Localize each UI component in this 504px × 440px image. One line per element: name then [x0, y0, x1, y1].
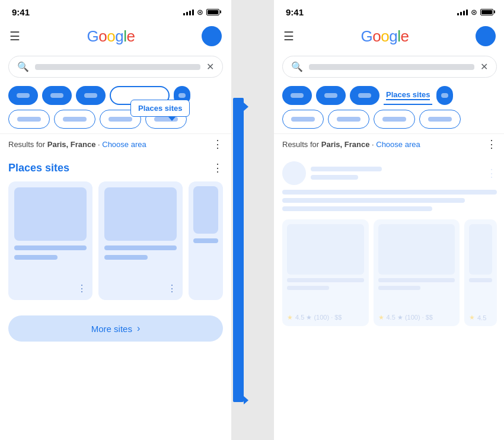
faded-lines-right	[311, 167, 382, 180]
faded-card-line-r1a	[287, 278, 364, 282]
status-icons-left: ⊛	[183, 8, 219, 17]
signal-bar-r1	[457, 13, 459, 15]
tooltip-arrow-left	[168, 117, 176, 121]
signal-bar-r4	[466, 9, 468, 15]
filter-chip-2-left[interactable]	[42, 86, 72, 105]
card-3-left[interactable]	[189, 181, 223, 300]
status-time-right: 9:41	[286, 7, 304, 17]
filter-chip-3-left[interactable]	[76, 86, 106, 105]
avatar-right[interactable]	[476, 26, 496, 46]
hamburger-icon-left[interactable]: ☰	[9, 29, 20, 43]
wifi-icon-right: ⊛	[471, 8, 477, 17]
sub-chip-r1[interactable]	[282, 110, 324, 129]
card-1-left[interactable]: ⋮	[8, 181, 92, 300]
header-right: ☰ Google	[274, 21, 504, 51]
faded-rating-r3: ★ 4.5	[469, 314, 492, 321]
more-options-right[interactable]: ⋮	[486, 138, 497, 151]
status-time-left: 9:41	[12, 7, 30, 17]
tooltip-box-left: Places sites	[130, 100, 190, 117]
faded-rating-r2: ★ 4.5 ★ (100) · $$	[378, 314, 455, 321]
filter-chip-r5[interactable]	[436, 86, 453, 105]
card-line-1b-left	[14, 255, 58, 260]
places-more-options-left[interactable]: ⋮	[212, 161, 223, 174]
faded-circle-right	[282, 161, 306, 185]
faded-star-r3: ★	[469, 314, 475, 321]
faded-card-r3: ★ 4.5	[464, 219, 497, 326]
left-phone: 9:41 ⊛ ☰ Google 🔍 ✕	[0, 0, 231, 440]
more-options-left[interactable]: ⋮	[212, 138, 223, 151]
battery-left	[206, 9, 219, 15]
sub-chip-r2[interactable]	[328, 110, 369, 129]
faded-line-wide-r2	[282, 198, 465, 203]
sub-chip-r4[interactable]	[419, 110, 461, 129]
results-label-left: Results for Paris, France · Choose area …	[0, 133, 231, 154]
connector-area	[231, 0, 274, 440]
signal-bar-4	[192, 9, 194, 15]
choose-area-link-right[interactable]: Choose area	[376, 140, 420, 149]
faded-card-line-r2b	[378, 286, 420, 290]
search-icon-right: 🔍	[291, 61, 303, 72]
card-dots-2-left[interactable]: ⋮	[167, 283, 177, 294]
faded-rating-text-r2: 4.5 ★ (100) · $$	[387, 314, 433, 321]
search-bar-right[interactable]: 🔍 ✕	[282, 56, 497, 78]
connector-arrow-bottom	[244, 396, 248, 404]
close-icon-left[interactable]: ✕	[206, 61, 214, 72]
filter-chip-r3[interactable]	[350, 86, 379, 105]
faded-card-line-r2a	[378, 278, 455, 282]
connector-arrow-top	[244, 103, 248, 111]
faded-line-wide-r1	[282, 190, 497, 195]
close-icon-right[interactable]: ✕	[480, 61, 488, 72]
card-line-1a-left	[14, 245, 87, 250]
google-logo-right: Google	[361, 27, 409, 46]
search-input-right[interactable]	[309, 64, 474, 70]
chevron-right-icon-left: ›	[137, 323, 140, 334]
faded-card-img-r1	[287, 224, 364, 275]
results-text-right: Results for Paris, France · Choose area	[282, 139, 420, 149]
search-input-left[interactable]	[35, 64, 200, 70]
filter-row-2-left	[0, 109, 231, 133]
places-sites-label-right: Places sites	[386, 90, 430, 100]
signal-bar-3	[189, 11, 191, 15]
search-bar-left[interactable]: 🔍 ✕	[8, 56, 223, 78]
status-bar-right: 9:41 ⊛	[274, 0, 504, 21]
places-header-left: Places sites ⋮	[8, 161, 223, 174]
signal-bars-right	[457, 8, 468, 15]
faded-card-img-r3	[469, 224, 492, 275]
battery-fill-left	[208, 10, 218, 14]
filter-chip-r2[interactable]	[316, 86, 346, 105]
filter-chip-r1[interactable]	[282, 86, 312, 105]
tooltip-wrap-left: Places sites	[130, 100, 190, 121]
faded-line-r2	[311, 175, 358, 180]
results-prefix-left: Results for Paris, France ·	[8, 140, 102, 149]
card-img-3-left	[193, 186, 218, 234]
hamburger-icon-right[interactable]: ☰	[283, 29, 294, 43]
connector-bar	[233, 98, 244, 402]
avatar-left[interactable]	[202, 26, 222, 46]
card-footer-1-left: ⋮	[14, 283, 87, 294]
wifi-icon-left: ⊛	[197, 8, 203, 17]
sub-chip-r3[interactable]	[374, 110, 415, 129]
card-img-2-left	[104, 187, 177, 241]
more-sites-button-left[interactable]: More sites ›	[8, 315, 223, 342]
battery-fill-right	[481, 10, 492, 14]
card-2-left[interactable]: ⋮	[98, 181, 183, 300]
choose-area-link-left[interactable]: Choose area	[102, 140, 146, 149]
card-line-2a-left	[104, 245, 177, 250]
status-icons-right: ⊛	[457, 8, 493, 17]
sub-chip-1-left[interactable]	[8, 110, 50, 129]
card-dots-1-left[interactable]: ⋮	[77, 283, 87, 294]
status-bar-left: 9:41 ⊛	[0, 0, 231, 21]
google-logo-left: Google	[87, 27, 135, 46]
filter-chip-1-left[interactable]	[8, 86, 38, 105]
filter-row-1-right: Places sites	[274, 82, 504, 109]
faded-card-line-r3a	[469, 278, 492, 282]
cards-row-left: ⋮ ⋮	[8, 181, 223, 300]
signal-bars-left	[183, 8, 194, 15]
sub-chip-2-left[interactable]	[54, 110, 95, 129]
faded-more-options-right[interactable]: ⋮	[486, 167, 497, 180]
places-sites-chip-right[interactable]: Places sites	[384, 86, 432, 105]
card-line-3a-left	[193, 238, 218, 243]
places-sites-chip-label-left: Places sites	[119, 91, 160, 100]
signal-bar-r3	[463, 11, 465, 15]
faded-star-r2: ★	[378, 314, 384, 321]
